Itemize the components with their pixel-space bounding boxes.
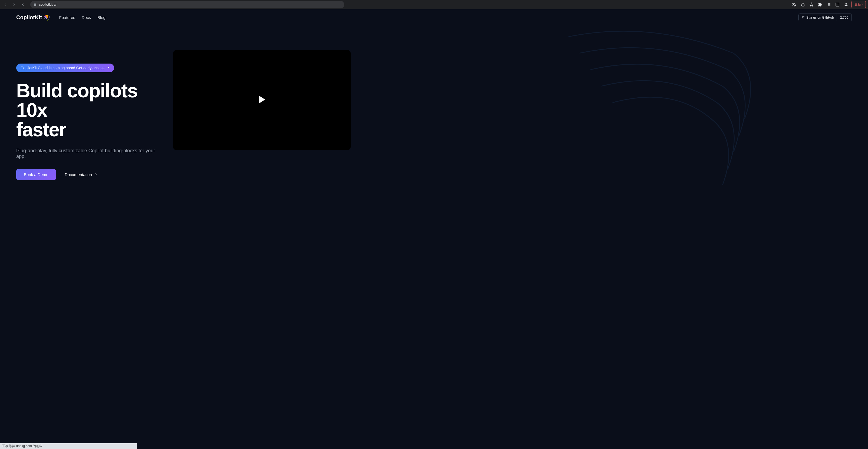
svg-point-13	[862, 4, 863, 5]
update-button[interactable]: 更新	[851, 1, 866, 8]
play-icon	[256, 94, 267, 106]
hero-subtitle: Plug-and-play, fully customizable Copilo…	[16, 148, 162, 159]
svg-marker-16	[259, 95, 265, 104]
nav-link-blog[interactable]: Blog	[97, 15, 105, 20]
announcement-text: CopilotKit Cloud is coming soon! Get ear…	[21, 66, 104, 70]
github-star-count: 2,766	[837, 14, 851, 21]
video-player[interactable]	[173, 50, 351, 150]
svg-marker-15	[802, 16, 804, 19]
address-bar[interactable]: copilotkit.ai	[30, 1, 344, 8]
bookmark-star-icon[interactable]	[808, 1, 815, 8]
documentation-label: Documentation	[65, 172, 92, 177]
github-star-label-section: Star us on GithHub	[799, 14, 837, 21]
hero-title-line2: faster	[16, 119, 66, 140]
logo-emoji: 🪁	[44, 14, 51, 21]
star-icon	[801, 15, 805, 20]
hero-right	[173, 50, 852, 180]
reading-list-icon[interactable]	[826, 1, 832, 8]
translate-icon[interactable]	[791, 1, 797, 8]
github-star-label: Star us on GithHub	[806, 16, 834, 20]
stop-reload-button[interactable]	[20, 1, 26, 8]
svg-marker-3	[810, 3, 813, 6]
book-demo-button[interactable]: Book a Demo	[16, 169, 56, 180]
profile-icon[interactable]	[843, 1, 849, 8]
logo[interactable]: CopilotKit 🪁	[16, 14, 51, 21]
chrome-actions: 更新	[791, 1, 866, 8]
svg-rect-10	[836, 3, 839, 6]
update-label: 更新	[855, 2, 861, 7]
nav-links: Features Docs Blog	[59, 15, 105, 20]
extensions-icon[interactable]	[817, 1, 824, 8]
hero-left: CopilotKit Cloud is coming soon! Get ear…	[16, 50, 162, 180]
browser-chrome: copilotkit.ai 更新	[0, 0, 868, 9]
hero-title-line1: Build copilots 10x	[16, 80, 137, 121]
site-header: CopilotKit 🪁 Features Docs Blog Star us …	[0, 9, 868, 26]
lock-icon	[34, 2, 37, 7]
back-button[interactable]	[2, 1, 9, 8]
logo-text: CopilotKit	[16, 14, 42, 21]
nav-link-docs[interactable]: Docs	[82, 15, 91, 20]
browser-status-bar: 正在等待 unpkg.com 的响应…	[0, 443, 137, 449]
chevron-right-icon	[94, 172, 98, 177]
chevron-right-icon	[106, 66, 110, 70]
nav-link-features[interactable]: Features	[59, 15, 75, 20]
share-icon[interactable]	[800, 1, 806, 8]
browser-nav-buttons	[2, 1, 26, 8]
hero-title: Build copilots 10x faster	[16, 81, 162, 139]
page-content: CopilotKit 🪁 Features Docs Blog Star us …	[0, 9, 868, 449]
url-text: copilotkit.ai	[39, 2, 56, 6]
announcement-pill[interactable]: CopilotKit Cloud is coming soon! Get ear…	[16, 64, 114, 72]
github-star-button[interactable]: Star us on GithHub 2,766	[799, 13, 852, 21]
svg-point-12	[862, 4, 863, 4]
documentation-button[interactable]: Documentation	[65, 172, 98, 177]
hero-buttons: Book a Demo Documentation	[16, 169, 162, 180]
hero-section: CopilotKit Cloud is coming soon! Get ear…	[0, 26, 868, 180]
side-panel-icon[interactable]	[834, 1, 841, 8]
forward-button[interactable]	[11, 1, 17, 8]
